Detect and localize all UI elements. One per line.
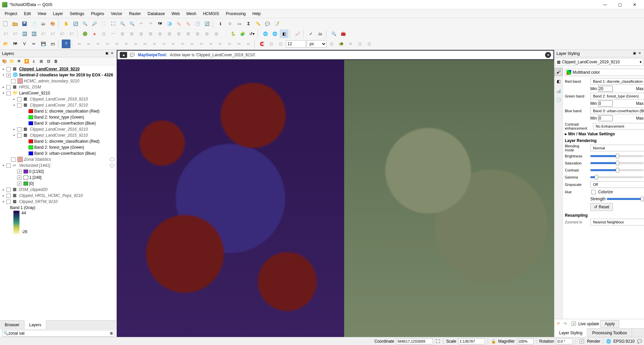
layer-group[interactable]: LandCover_9210 [19,91,50,95]
layer-item[interactable]: Clipped_HRSL_HCMC_Pops_9210 [19,193,83,198]
extents-icon[interactable]: ⛶ [435,339,440,344]
menu-mesh[interactable]: Mesh [183,10,200,17]
snap6-icon[interactable]: ✕ [346,40,355,48]
map-canvas[interactable] [117,60,554,337]
layer-item[interactable]: HCMC_admin_boundary_9210 [24,79,79,83]
histogram-tab-icon[interactable]: 📊 [554,87,562,95]
filter-legend-icon[interactable]: 🔽 [23,58,30,64]
layer-visibility-checkbox[interactable] [6,188,11,192]
edit4-icon[interactable]: ✏ [103,40,112,48]
red-min-input[interactable] [598,86,613,92]
zoom-native-icon[interactable]: ⛶ [99,19,108,28]
undo-dropdown-icon[interactable]: ↺▾ [248,29,256,38]
edit13-icon[interactable]: ✏ [188,40,197,48]
category-visibility-checkbox[interactable] [17,169,21,174]
snap-icon[interactable]: ⊡ [99,29,108,38]
layers-tree[interactable]: ▸▦Clipped_LandCover_2019_9210 ▾🌐Sentinel… [0,65,116,320]
layer-visibility-checkbox[interactable] [17,103,21,108]
layer-visibility-checkbox[interactable] [6,200,11,204]
history-tab-icon[interactable]: 🕓 [554,96,562,104]
search-plugin-icon[interactable]: 🔍 [329,29,338,38]
category-visibility-checkbox[interactable] [17,182,21,186]
menu-raster[interactable]: Raster [126,10,144,17]
bookmark-icon[interactable]: 🔖 [174,19,183,28]
label-tool-icon[interactable]: 🏷 [1,29,10,38]
edit11-icon[interactable]: ✏ [169,40,178,48]
add-vector-icon[interactable]: 📂 [1,40,10,48]
layer-item[interactable]: Sentinel-2 cloudless layer for 2019 by E… [19,73,113,77]
close-button[interactable]: ✕ [627,0,642,9]
select-icon[interactable]: ▭ [235,19,244,28]
cad2-icon[interactable]: ⊞ [127,29,136,38]
layer-item[interactable]: Clipped_LandCover_2016_9210 [30,127,88,132]
geometry-check-icon[interactable]: 🟢 [80,29,89,38]
green-min-input[interactable] [598,100,613,107]
mapswipe-icon[interactable]: ◧ [280,29,288,38]
label-diagram-icon[interactable]: 🏷 [11,29,19,38]
new-map-view-icon[interactable]: 🗺 [156,19,164,28]
layer-visibility-checkbox[interactable] [11,79,15,83]
zoom-next-icon[interactable]: ↷ [146,19,155,28]
label-toggle-icon[interactable]: 🔤 [30,29,38,38]
cad8-icon[interactable]: ⊞ [184,29,193,38]
annotation-icon[interactable]: 📝 [272,19,281,28]
new-print-layout-icon[interactable]: 📄 [30,19,38,28]
layer-visibility-checkbox[interactable] [11,157,15,162]
layer-item[interactable]: Clipped_LandCover_2018_9210 [30,97,88,101]
statistics-icon[interactable]: Σ [244,19,253,28]
undo-style-icon[interactable]: ↶ [556,321,561,327]
layer-item[interactable]: Clipped_SRTM_9210 [19,199,58,204]
layer-item[interactable]: Clipped_LandCover_2019_9210 [19,67,79,71]
layer-visibility-checkbox[interactable] [6,67,11,71]
label-tool5-icon[interactable]: 🏷 [67,29,76,38]
layer-visibility-checkbox[interactable] [17,127,21,132]
remove-layer-icon[interactable]: 🗑 [53,58,59,64]
menu-vector[interactable]: Vector [108,10,126,17]
zoom-layer-icon[interactable]: 🔍 [127,19,136,28]
check-icon[interactable]: ✓ [307,29,315,38]
cad9-icon[interactable]: ⊞ [193,29,202,38]
refresh-icon[interactable]: 🔄 [203,19,211,28]
new-geopackage-icon[interactable]: ✏ [30,40,38,48]
category-label[interactable]: 1 [249] [29,175,42,180]
edit9-icon[interactable]: ✏ [150,40,159,48]
layer-item[interactable]: DSM_clipped20 [19,187,48,192]
menu-database[interactable]: Database [144,10,168,17]
snap7-icon[interactable]: ⊡ [356,40,364,48]
edit10-icon[interactable]: ✏ [160,40,168,48]
magnifier-input[interactable] [517,338,534,344]
new-spatialite-icon[interactable]: 💾 [39,40,48,48]
add-raster-icon[interactable]: 🗺 [11,40,19,48]
contrast-slider[interactable] [590,169,644,171]
snap5-icon[interactable]: 🐢 [337,40,345,48]
menu-view[interactable]: View [34,10,50,17]
label-tool2-icon[interactable]: 🏷 [39,29,48,38]
action-icon[interactable]: ⚙ [225,19,234,28]
strength-slider[interactable] [607,198,644,200]
saturation-slider[interactable] [590,162,644,164]
panel-close-icon[interactable]: ✕ [637,51,642,56]
edit16-icon[interactable]: ✏ [216,40,225,48]
map-tips-icon[interactable]: 💬 [263,19,272,28]
cad5-icon[interactable]: ⊞ [156,29,164,38]
back-arrow-icon[interactable]: ◄ [120,52,127,58]
minimize-button[interactable]: — [598,0,612,9]
layer-visibility-checkbox[interactable] [6,85,11,89]
live-update-checkbox[interactable] [572,322,576,326]
renderer-type-select[interactable]: Multiband color ▾ [565,69,644,76]
identify-icon[interactable]: ℹ [216,19,225,28]
topology-icon[interactable]: 🔺 [90,29,99,38]
clear-filter-icon[interactable]: ⊗ [110,331,113,336]
scale-lock-icon[interactable]: 🔒 [491,339,496,344]
snap-tolerance-input[interactable] [286,40,306,48]
edit-icon[interactable]: ✏ [75,40,84,48]
layer-visibility-checkbox[interactable] [6,163,11,168]
plugin-manager-icon[interactable]: 🧩 [238,29,247,38]
snap8-icon[interactable]: ⊡ [365,40,374,48]
zoom-in-icon[interactable]: 🔍 [80,19,89,28]
blue-band-select[interactable]: Band 3: urban-coverfraction (Blue) [590,108,644,114]
category-visibility-checkbox[interactable] [17,176,21,180]
menu-web[interactable]: Web [168,10,183,17]
render-checkbox[interactable] [580,339,584,343]
trace-icon[interactable]: 〰 [109,29,117,38]
